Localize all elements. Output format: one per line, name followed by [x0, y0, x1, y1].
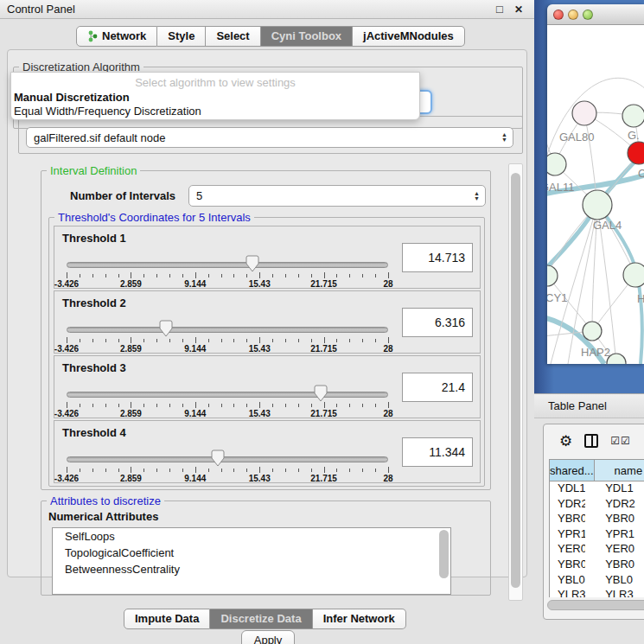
column-header-name[interactable]: name — [595, 460, 644, 481]
settings-scroll-pane: Interval Definition Number of Intervals … — [13, 163, 523, 601]
attribute-item[interactable]: BetweennessCentrality — [53, 561, 450, 577]
checkbox-icons[interactable]: ☑☑ — [610, 435, 631, 447]
threshold-slider[interactable]: -3.4262.8599.14415.4321.71528 — [67, 452, 388, 478]
slider-thumb[interactable] — [245, 255, 259, 273]
table-row[interactable]: YDR27...YDR2 — [550, 497, 644, 513]
table-row[interactable]: YBR045CYBR0 — [550, 558, 644, 573]
cell-shared-name[interactable]: YLR345W — [550, 588, 585, 597]
list-scrollbar[interactable] — [439, 530, 449, 578]
network-node-gal80[interactable] — [572, 101, 596, 125]
vertical-scrollbar[interactable] — [508, 163, 523, 601]
tick-mark — [349, 469, 350, 472]
slider-thumb[interactable] — [159, 320, 173, 338]
table-row[interactable]: YBL079WYBL0 — [550, 573, 644, 589]
table-data-select[interactable]: galFiltered.sif default node ▲▼ — [26, 127, 513, 148]
node-table[interactable]: shared... name YDL19...YDL1YDR27...YDR2Y… — [549, 459, 644, 597]
network-node-h[interactable] — [623, 263, 644, 287]
table-row[interactable]: YDL19...YDL1 — [550, 481, 644, 497]
close-traffic-light-icon[interactable] — [553, 10, 564, 20]
cell-name[interactable]: YBL0 — [585, 573, 644, 589]
algorithm-option-manual[interactable]: Manual Discretization — [13, 91, 419, 104]
tab-style[interactable]: Style — [157, 26, 206, 47]
network-window-titlebar — [547, 4, 644, 25]
network-node-g[interactable] — [622, 105, 644, 127]
attribute-item[interactable]: TopologicalCoefficient — [53, 545, 450, 561]
table-row[interactable]: YBR043CYBR0 — [550, 512, 644, 527]
tab-label: Select — [216, 29, 249, 42]
close-icon[interactable]: ✕ — [512, 3, 526, 16]
minimize-traffic-light-icon[interactable] — [568, 10, 578, 20]
threshold-value-field[interactable]: 21.4 — [402, 373, 473, 402]
network-node-gal4[interactable] — [583, 190, 612, 220]
tab-jactivemnodules[interactable]: jActiveMNodules — [353, 26, 465, 47]
tab-select[interactable]: Select — [206, 26, 260, 47]
cell-shared-name[interactable]: YDR27... — [550, 497, 585, 513]
threshold-value-field[interactable]: 11.344 — [402, 437, 473, 467]
cell-name[interactable]: YLR3 — [585, 588, 644, 597]
cell-shared-name[interactable]: YPR145W — [550, 527, 585, 543]
cell-name[interactable]: YDL1 — [585, 481, 644, 497]
tab-discretize-data[interactable]: Discretize Data — [210, 609, 312, 629]
number-of-intervals-value: 5 — [196, 189, 202, 202]
apply-button[interactable]: Apply — [241, 630, 295, 644]
table-row[interactable]: YPR145WYPR1 — [550, 527, 644, 543]
table-data-selected-value: galFiltered.sif default node — [34, 131, 165, 144]
slider-thumb[interactable] — [314, 385, 328, 403]
threshold-slider[interactable]: -3.4262.8599.14415.4321.71528 — [67, 322, 388, 348]
slider-track[interactable] — [67, 392, 388, 398]
cell-name[interactable]: YPR1 — [585, 527, 644, 543]
tick-mark — [336, 469, 337, 472]
cell-name[interactable]: YBR0 — [585, 512, 644, 527]
threshold-value-field[interactable]: 14.713 — [402, 243, 473, 272]
algorithm-option-equal-width[interactable]: Equal Width/Frequency Discretization — [13, 105, 419, 118]
float-window-icon[interactable]: □ — [493, 3, 507, 16]
network-node-gcy1[interactable] — [547, 265, 558, 286]
vertical-scrollbar-thumb[interactable] — [511, 173, 520, 588]
tick-mark — [298, 339, 299, 342]
tick-label: 28 — [383, 409, 392, 418]
gear-icon[interactable]: ⚙ — [559, 432, 572, 450]
tick-mark — [388, 272, 389, 278]
slider-thumb[interactable] — [211, 450, 225, 468]
cell-name[interactable]: YER0 — [585, 542, 644, 558]
tick-mark — [156, 404, 157, 407]
cell-shared-name[interactable]: YBL079W — [550, 573, 585, 589]
number-of-intervals-select[interactable]: 5 ▲▼ — [188, 185, 486, 207]
bottom-tab-strip: Impute DataDiscretize DataInfer Network — [124, 609, 406, 629]
threshold-slider[interactable]: -3.4262.8599.14415.4321.71528 — [67, 258, 388, 284]
horizontal-scrollbar[interactable] — [547, 600, 644, 610]
table-row[interactable]: YER054CYER0 — [550, 542, 644, 558]
cell-shared-name[interactable]: YER054C — [550, 542, 585, 558]
cell-shared-name[interactable]: YBR045C — [550, 558, 585, 573]
cell-name[interactable]: YDR2 — [585, 497, 644, 513]
numerical-attributes-list[interactable]: SelfLoopsTopologicalCoefficientBetweenne… — [52, 527, 451, 595]
cell-shared-name[interactable]: YBR043C — [550, 512, 585, 527]
zoom-traffic-light-icon[interactable] — [583, 10, 593, 20]
tab-network[interactable]: Network — [76, 26, 157, 47]
tick-mark — [208, 469, 209, 472]
network-desktop-area: GAL80G.CGAL11GAL4GCY1HHAP2 — [534, 0, 644, 393]
network-node-gal11[interactable] — [547, 153, 566, 175]
tick-mark — [195, 337, 196, 343]
cell-name[interactable]: YBR0 — [585, 558, 644, 573]
slider-track[interactable] — [67, 262, 388, 268]
slider-track[interactable] — [67, 327, 388, 333]
attribute-item[interactable]: SelfLoops — [53, 528, 450, 545]
tick-mark — [182, 469, 183, 472]
column-header-shared-name[interactable]: shared... — [550, 460, 595, 481]
network-node-hap2[interactable] — [583, 322, 602, 341]
columns-icon[interactable] — [584, 434, 598, 448]
tick-mark — [131, 272, 131, 278]
tab-cyni-toolbox[interactable]: Cyni Toolbox — [261, 26, 353, 47]
slider-ticks — [67, 272, 388, 278]
threshold-value-field[interactable]: 6.316 — [402, 308, 473, 337]
tab-infer-network[interactable]: Infer Network — [313, 609, 406, 629]
tick-mark — [182, 404, 183, 407]
slider-track[interactable] — [67, 456, 388, 462]
tab-impute-data[interactable]: Impute Data — [124, 609, 210, 629]
network-canvas[interactable]: GAL80G.CGAL11GAL4GCY1HHAP2 — [547, 25, 644, 364]
threshold-slider[interactable]: -3.4262.8599.14415.4321.71528 — [67, 387, 388, 413]
cell-shared-name[interactable]: YDL19... — [550, 481, 585, 497]
table-row[interactable]: YLR345WYLR3 — [550, 588, 644, 597]
node-label: H — [637, 292, 644, 305]
